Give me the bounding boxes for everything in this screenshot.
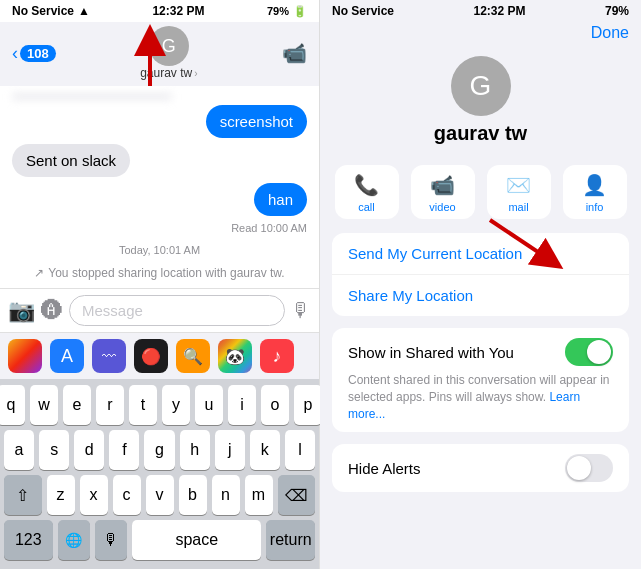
camera-icon[interactable]: 📷 xyxy=(8,298,35,324)
call-icon: 📞 xyxy=(354,173,379,197)
mail-label: mail xyxy=(508,201,528,213)
left-panel: No Service ▲ 12:32 PM 79% 🔋 ‹ 108 G gaur… xyxy=(0,0,320,569)
dark-icon[interactable]: 🔴 xyxy=(134,339,168,373)
input-bar: 📷 🅐 Message 🎙 xyxy=(0,288,319,332)
key-row-4: 123 🌐 🎙 space return xyxy=(4,520,315,560)
service-label-right: No Service xyxy=(332,4,394,18)
key-row-2: a s d f g h j k l xyxy=(4,430,315,470)
key-space[interactable]: space xyxy=(132,520,261,560)
hide-alerts-toggle[interactable] xyxy=(565,454,613,482)
key-y[interactable]: y xyxy=(162,385,190,425)
service-label: No Service xyxy=(12,4,74,18)
key-s[interactable]: s xyxy=(39,430,69,470)
status-bar-right: No Service 12:32 PM 79% xyxy=(320,0,641,22)
location-menu: Send My Current Location Share My Locati… xyxy=(332,233,629,316)
back-button[interactable]: ‹ 108 xyxy=(12,43,56,64)
battery-status: 79% 🔋 xyxy=(267,5,307,18)
info-icon: 👤 xyxy=(582,173,607,197)
key-z[interactable]: z xyxy=(47,475,75,515)
key-123[interactable]: 123 xyxy=(4,520,53,560)
key-b[interactable]: b xyxy=(179,475,207,515)
battery-right: 79% xyxy=(605,4,629,18)
key-d[interactable]: d xyxy=(74,430,104,470)
message-badge: 108 xyxy=(20,45,56,62)
key-x[interactable]: x xyxy=(80,475,108,515)
message-bubble-right-2: han xyxy=(254,183,307,216)
key-o[interactable]: o xyxy=(261,385,289,425)
contact-header-right: G gaurav tw xyxy=(320,48,641,157)
wifi-icon: ▲ xyxy=(78,4,90,18)
call-label: call xyxy=(358,201,375,213)
time-label-right: 12:32 PM xyxy=(473,4,525,18)
key-a[interactable]: a xyxy=(4,430,34,470)
key-l[interactable]: l xyxy=(285,430,315,470)
share-location-button[interactable]: Share My Location xyxy=(332,275,629,316)
done-button[interactable]: Done xyxy=(591,24,629,42)
key-r[interactable]: r xyxy=(96,385,124,425)
mail-button[interactable]: ✉️ mail xyxy=(487,165,551,219)
key-return[interactable]: return xyxy=(266,520,315,560)
photos-app-icon[interactable] xyxy=(8,339,42,373)
appstore-icon[interactable]: A xyxy=(50,339,84,373)
avatar-large: G xyxy=(451,56,511,116)
keyboard: q w e r t y u i o p a s d f g h j k l ⇧ … xyxy=(0,379,319,569)
audio-icon[interactable]: 〰 xyxy=(92,339,126,373)
blurred-message xyxy=(12,94,172,99)
action-buttons: 📞 call 📹 video ✉️ mail 👤 info xyxy=(320,157,641,227)
contact-name-small: gaurav tw › xyxy=(140,66,197,80)
key-i[interactable]: i xyxy=(228,385,256,425)
key-delete[interactable]: ⌫ xyxy=(278,475,316,515)
message-input[interactable]: Message xyxy=(69,295,285,326)
status-bar-left: No Service ▲ 12:32 PM 79% 🔋 xyxy=(0,0,319,22)
sticker-icon[interactable]: 🐼 xyxy=(218,339,252,373)
info-button[interactable]: 👤 info xyxy=(563,165,627,219)
shared-with-you-section: Show in Shared with You Content shared i… xyxy=(332,328,629,432)
key-j[interactable]: j xyxy=(215,430,245,470)
video-button[interactable]: 📹 xyxy=(282,41,307,65)
key-f[interactable]: f xyxy=(109,430,139,470)
key-mic[interactable]: 🎙 xyxy=(95,520,127,560)
music-icon[interactable]: ♪ xyxy=(260,339,294,373)
nav-bar-left: ‹ 108 G gaurav tw › 📹 xyxy=(0,22,319,86)
show-in-shared-toggle[interactable] xyxy=(565,338,613,366)
video-button-right[interactable]: 📹 video xyxy=(411,165,475,219)
avatar-small: G xyxy=(149,26,189,66)
messages-area: screenshot Sent on slack han Read 10:00 … xyxy=(0,86,319,288)
key-u[interactable]: u xyxy=(195,385,223,425)
key-p[interactable]: p xyxy=(294,385,322,425)
message-bubble-left-1: Sent on slack xyxy=(12,144,130,177)
key-n[interactable]: n xyxy=(212,475,240,515)
back-chevron-icon: ‹ xyxy=(12,43,18,64)
send-location-button[interactable]: Send My Current Location xyxy=(332,233,629,275)
toggle-description: Content shared in this conversation will… xyxy=(348,372,613,422)
mic-icon[interactable]: 🎙 xyxy=(291,299,311,322)
key-e[interactable]: e xyxy=(63,385,91,425)
appclip-icon[interactable]: 🅐 xyxy=(41,298,63,324)
location-note: ↗ You stopped sharing location with gaur… xyxy=(12,266,307,280)
key-m[interactable]: m xyxy=(245,475,273,515)
hide-alerts-section: Hide Alerts xyxy=(332,444,629,492)
contact-header-left[interactable]: G gaurav tw › xyxy=(140,26,197,80)
message-bubble-right-1: screenshot xyxy=(206,105,307,138)
key-shift[interactable]: ⇧ xyxy=(4,475,42,515)
key-w[interactable]: w xyxy=(30,385,58,425)
battery-percent: 79% xyxy=(267,5,289,17)
left-status: No Service ▲ xyxy=(12,4,90,18)
battery-icon: 🔋 xyxy=(293,5,307,18)
read-receipt: Read 10:00 AM xyxy=(231,222,307,234)
key-h[interactable]: h xyxy=(180,430,210,470)
key-c[interactable]: c xyxy=(113,475,141,515)
key-v[interactable]: v xyxy=(146,475,174,515)
search-icon[interactable]: 🔍 xyxy=(176,339,210,373)
key-globe[interactable]: 🌐 xyxy=(58,520,90,560)
time-label: 12:32 PM xyxy=(152,4,204,18)
video-label: video xyxy=(429,201,455,213)
key-q[interactable]: q xyxy=(0,385,25,425)
info-label: info xyxy=(586,201,604,213)
app-row: A 〰 🔴 🔍 🐼 ♪ xyxy=(0,332,319,379)
key-row-3: ⇧ z x c v b n m ⌫ xyxy=(4,475,315,515)
key-g[interactable]: g xyxy=(144,430,174,470)
key-t[interactable]: t xyxy=(129,385,157,425)
key-k[interactable]: k xyxy=(250,430,280,470)
call-button[interactable]: 📞 call xyxy=(335,165,399,219)
